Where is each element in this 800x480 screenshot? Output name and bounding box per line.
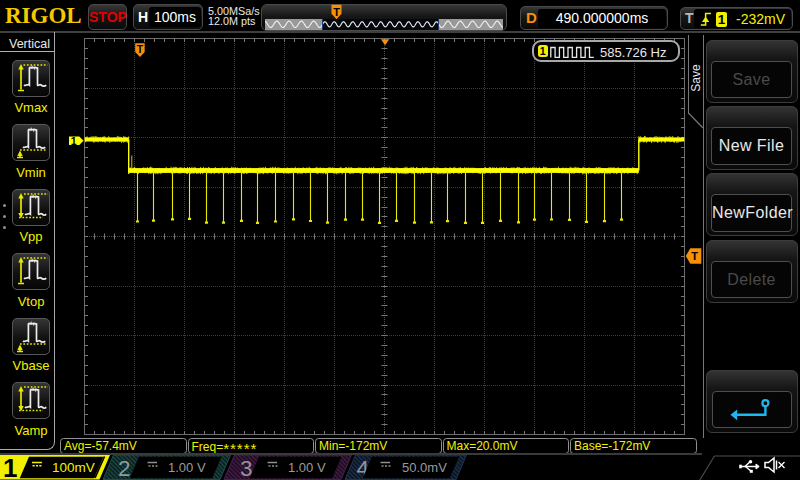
svg-text:100mV: 100mV bbox=[52, 460, 95, 475]
svg-text:2: 2 bbox=[118, 455, 131, 480]
svg-text:1: 1 bbox=[71, 135, 77, 147]
svg-text:50.0mV: 50.0mV bbox=[402, 460, 447, 475]
svg-text:1.00 V: 1.00 V bbox=[168, 460, 206, 475]
svg-text:1: 1 bbox=[3, 455, 17, 480]
svg-text:1.00 V: 1.00 V bbox=[288, 460, 326, 475]
svg-text:T: T bbox=[691, 250, 698, 262]
svg-text:T: T bbox=[137, 43, 144, 55]
